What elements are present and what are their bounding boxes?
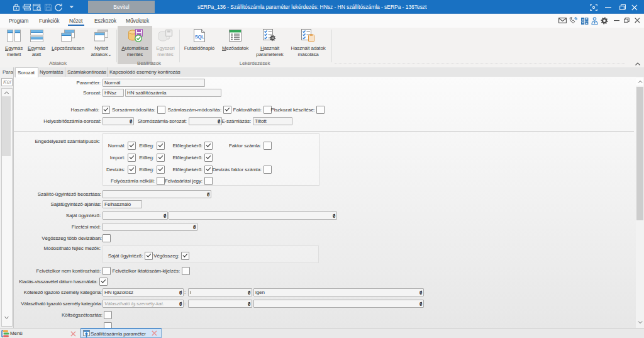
svg-text:SQL: SQL <box>195 34 204 40</box>
